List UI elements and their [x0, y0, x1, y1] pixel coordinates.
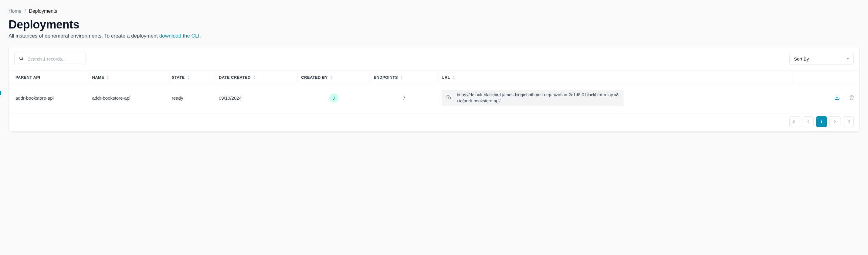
chevron-down-icon — [846, 56, 850, 62]
page-subtitle: All instances of ephemeral environments.… — [8, 33, 860, 39]
cell-endpoints: 7 — [370, 84, 438, 112]
cell-parent-api: addr-bookstore-api — [9, 84, 88, 112]
col-actions — [793, 71, 859, 84]
col-parent-api[interactable]: PARENT API — [9, 71, 88, 84]
prev-page-button[interactable] — [803, 116, 814, 127]
avatar: J — [329, 94, 338, 103]
left-accent-bar — [0, 91, 1, 95]
deployments-panel: Sort By PARENT API NAME — [8, 47, 860, 132]
table-row[interactable]: addr-bookstore-api addr-bookstore-api re… — [9, 84, 859, 112]
last-page-button[interactable] — [843, 116, 854, 127]
search-container[interactable] — [14, 53, 86, 65]
cell-state: ready — [168, 84, 215, 112]
url-text: https://default-blackbird-james-higginbo… — [457, 92, 620, 104]
cell-actions — [793, 84, 859, 112]
col-date-created-label: DATE CREATED — [219, 75, 251, 80]
search-icon — [19, 56, 24, 62]
cell-url: https://default-blackbird-james-higginbo… — [438, 84, 793, 112]
col-name[interactable]: NAME — [88, 71, 168, 84]
breadcrumb-separator: / — [25, 8, 26, 14]
sort-by-label: Sort By — [794, 56, 809, 62]
col-parent-api-label: PARENT API — [16, 75, 40, 80]
copy-icon — [446, 95, 451, 101]
next-page-button[interactable] — [830, 116, 840, 127]
col-name-label: NAME — [92, 75, 104, 80]
cell-date-created: 09/10/2024 — [215, 84, 298, 112]
first-page-icon — [793, 119, 797, 124]
download-cli-link[interactable]: download the CLI — [159, 33, 199, 39]
col-state-label: STATE — [172, 75, 185, 80]
breadcrumb-home[interactable]: Home — [8, 8, 22, 14]
sort-icon — [253, 76, 255, 79]
chevron-left-icon — [806, 119, 810, 124]
copy-url-button[interactable] — [445, 94, 453, 102]
col-endpoints[interactable]: ENDPOINTS — [370, 71, 438, 84]
pagination: 1 — [9, 112, 859, 132]
svg-line-1 — [22, 59, 23, 60]
breadcrumb-current: Deployments — [29, 8, 57, 14]
col-endpoints-label: ENDPOINTS — [374, 75, 398, 80]
svg-rect-2 — [448, 97, 451, 99]
col-created-by-label: CREATED BY — [301, 75, 328, 80]
sort-icon — [453, 76, 455, 79]
download-icon — [834, 95, 840, 101]
search-input[interactable] — [27, 56, 86, 62]
subtitle-suffix: . — [199, 33, 201, 39]
delete-button[interactable] — [848, 94, 856, 102]
last-page-icon — [846, 119, 850, 124]
sort-icon — [400, 76, 403, 79]
sort-icon — [187, 76, 190, 79]
trash-icon — [849, 95, 854, 101]
sort-icon — [330, 76, 333, 79]
col-url[interactable]: URL — [438, 71, 793, 84]
cell-created-by: J — [298, 84, 370, 112]
page-number-button[interactable]: 1 — [816, 116, 827, 127]
download-button[interactable] — [833, 94, 841, 102]
breadcrumb: Home / Deployments — [8, 8, 860, 14]
cell-name: addr-bookstore-api — [88, 84, 168, 112]
deployments-table: PARENT API NAME STATE — [9, 71, 859, 112]
col-url-label: URL — [442, 75, 450, 80]
chevron-right-icon — [833, 119, 837, 124]
col-state[interactable]: STATE — [168, 71, 215, 84]
sort-icon — [106, 76, 109, 79]
col-created-by[interactable]: CREATED BY — [298, 71, 370, 84]
sort-by-dropdown[interactable]: Sort By — [789, 53, 854, 65]
subtitle-text: All instances of ephemeral environments.… — [8, 33, 159, 39]
first-page-button[interactable] — [789, 116, 800, 127]
page-title: Deployments — [8, 18, 860, 31]
col-date-created[interactable]: DATE CREATED — [215, 71, 298, 84]
